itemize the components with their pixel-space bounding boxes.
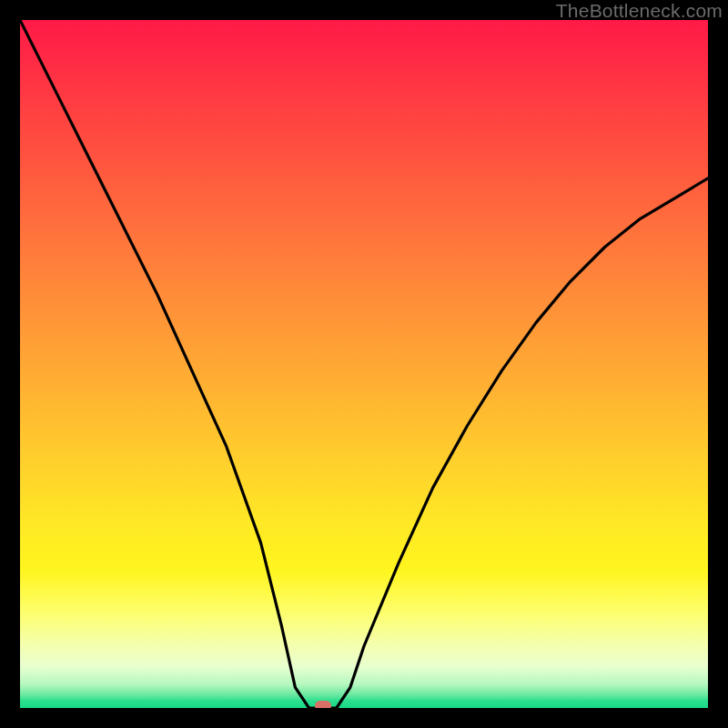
outer-frame: TheBottleneck.com [0, 0, 728, 728]
bottleneck-curve [20, 20, 708, 708]
watermark-text: TheBottleneck.com [556, 0, 723, 22]
optimal-marker-icon [315, 701, 331, 708]
plot-area [20, 20, 708, 708]
